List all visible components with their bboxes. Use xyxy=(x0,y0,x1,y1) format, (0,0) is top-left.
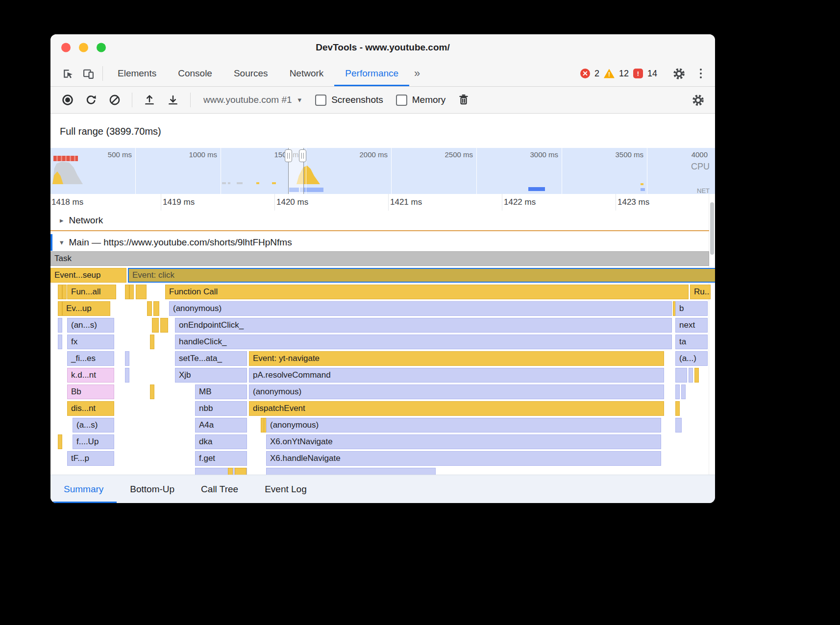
flame-bar[interactable]: nbb xyxy=(195,401,247,416)
error-icon[interactable] xyxy=(580,69,590,78)
flame-bar[interactable]: Bb xyxy=(67,385,114,399)
flame-bar-sliver[interactable] xyxy=(675,418,682,433)
flame-bar[interactable]: _fi...es xyxy=(67,351,114,366)
flame-bar[interactable]: Ev...up xyxy=(62,301,110,316)
flame-bar-sliver[interactable] xyxy=(150,385,154,399)
issue-count[interactable]: 14 xyxy=(647,69,657,79)
flame-bar[interactable]: Event: click xyxy=(128,268,715,283)
selection-handle-left[interactable] xyxy=(285,149,292,162)
flame-bar-sliver[interactable] xyxy=(58,285,62,299)
close-button[interactable] xyxy=(61,43,71,52)
issues-icon[interactable]: ! xyxy=(633,69,643,78)
more-tabs-icon[interactable]: » xyxy=(409,67,425,80)
flame-bar-sliver[interactable] xyxy=(125,285,129,299)
flame-bar[interactable]: k.d...nt xyxy=(67,368,114,383)
flame-bar-sliver[interactable] xyxy=(235,468,247,475)
warning-count[interactable]: 12 xyxy=(619,69,629,79)
flame-bar[interactable]: X6.handleNavigate xyxy=(266,451,661,466)
network-track-header[interactable]: ▸ Network xyxy=(50,212,715,229)
flame-bar[interactable]: (anonymous) xyxy=(266,418,661,433)
flame-bar[interactable]: handleClick_ xyxy=(175,335,672,349)
tab-performance[interactable]: Performance xyxy=(334,61,409,86)
flame-bar[interactable]: ta xyxy=(675,335,708,349)
flame-bar[interactable]: dis...nt xyxy=(67,401,114,416)
flame-bar[interactable]: (anonymous) xyxy=(249,385,664,399)
main-track-header[interactable]: ▾ Main — https://www.youtube.com/shorts/… xyxy=(50,234,715,251)
warning-icon[interactable]: ! xyxy=(604,69,615,78)
collapse-arrow-icon[interactable]: ▸ xyxy=(60,216,64,225)
flame-bar[interactable]: onEndpointClick_ xyxy=(175,318,672,333)
selection-handle-right[interactable] xyxy=(299,149,306,162)
collect-garbage-icon[interactable] xyxy=(453,90,474,110)
flame-bar-sliver[interactable] xyxy=(129,285,134,299)
flame-bar[interactable]: X6.onYtNavigate xyxy=(266,434,661,449)
flame-bar-sliver[interactable] xyxy=(150,335,154,349)
flame-bar-sliver[interactable] xyxy=(58,301,62,316)
menu-kebab-icon[interactable] xyxy=(693,69,708,79)
inspect-element-icon[interactable] xyxy=(57,64,78,83)
tab-sources[interactable]: Sources xyxy=(223,61,279,86)
flame-bar-sliver[interactable] xyxy=(58,335,62,349)
flame-bar-sliver[interactable] xyxy=(694,368,699,383)
error-count[interactable]: 2 xyxy=(594,69,599,79)
detail-tab-event-log[interactable]: Event Log xyxy=(251,475,320,503)
tab-console[interactable]: Console xyxy=(167,61,223,86)
tab-elements[interactable]: Elements xyxy=(107,61,167,86)
flame-bar-sliver[interactable] xyxy=(147,301,152,316)
minimize-button[interactable] xyxy=(79,43,88,52)
flame-bar-sliver[interactable] xyxy=(136,285,147,299)
detail-tab-call-tree[interactable]: Call Tree xyxy=(188,475,251,503)
flame-bar[interactable]: dka xyxy=(195,434,247,449)
flame-bar[interactable]: Xjb xyxy=(175,368,247,383)
detail-tab-bottom-up[interactable]: Bottom-Up xyxy=(117,475,188,503)
flame-bar[interactable]: next xyxy=(675,318,708,333)
vertical-scrollbar-thumb[interactable] xyxy=(710,202,714,255)
flame-bar-sliver[interactable] xyxy=(62,285,67,299)
settings-gear-icon[interactable] xyxy=(668,64,689,83)
flame-bar[interactable]: Ru...s xyxy=(690,285,711,299)
flame-bar[interactable]: Task xyxy=(50,251,709,266)
flame-bar-sliver[interactable] xyxy=(266,468,436,475)
flame-bar-sliver[interactable] xyxy=(125,368,129,383)
flame-bar-sliver[interactable] xyxy=(58,318,62,333)
flame-bar[interactable]: b xyxy=(675,301,708,316)
flame-bar[interactable]: Fun...all xyxy=(67,285,116,299)
flame-bar-sliver[interactable] xyxy=(125,351,129,366)
detail-tab-summary[interactable]: Summary xyxy=(50,475,117,503)
flame-bar-sliver[interactable] xyxy=(228,468,233,475)
flame-bar[interactable]: f.get xyxy=(195,451,247,466)
flame-bar-sliver[interactable] xyxy=(58,434,62,449)
device-toolbar-icon[interactable] xyxy=(78,64,99,83)
profile-select[interactable]: www.youtube.com #1 ▾ xyxy=(198,95,307,105)
flame-bar-sliver[interactable] xyxy=(153,301,159,316)
flame-bar[interactable]: f....Up xyxy=(73,434,114,449)
flame-bar-sliver[interactable] xyxy=(675,401,680,416)
screenshots-checkbox[interactable] xyxy=(315,95,326,106)
flame-bar[interactable]: Event: yt-navigate xyxy=(249,351,664,366)
flame-bar-sliver[interactable] xyxy=(681,385,686,399)
overview-strip[interactable]: 500 ms1000 ms1500 ms2000 ms2500 ms3000 m… xyxy=(50,148,715,195)
zoom-button[interactable] xyxy=(97,43,106,52)
flame-bar-sliver[interactable] xyxy=(152,318,159,333)
flame-bar[interactable]: MB xyxy=(195,385,247,399)
flame-bar[interactable]: (anonymous) xyxy=(169,301,672,316)
flame-bar[interactable]: Event...seup xyxy=(50,268,126,283)
flame-bar[interactable]: Function Call xyxy=(165,285,689,299)
flame-bar-sliver[interactable] xyxy=(675,368,687,383)
capture-settings-gear-icon[interactable] xyxy=(688,90,708,110)
save-profile-icon[interactable] xyxy=(163,90,183,110)
flame-bar-sliver[interactable] xyxy=(675,385,680,399)
flame-bar[interactable]: fx xyxy=(67,335,114,349)
flame-bar[interactable]: (a...s) xyxy=(73,418,114,433)
flame-bar[interactable]: (a...) xyxy=(675,351,708,366)
load-profile-icon[interactable] xyxy=(139,90,160,110)
flame-bar[interactable]: pA.resolveCommand xyxy=(249,368,664,383)
flame-bar-sliver[interactable] xyxy=(160,318,168,333)
flame-bar[interactable]: A4a xyxy=(195,418,247,433)
flame-bar[interactable]: tF...p xyxy=(67,451,114,466)
flame-bar[interactable]: dispatchEvent xyxy=(249,401,664,416)
memory-checkbox[interactable] xyxy=(396,95,407,106)
expand-arrow-icon[interactable]: ▾ xyxy=(60,238,64,247)
flame-bar[interactable]: setTe...ata_ xyxy=(175,351,247,366)
flame-bar[interactable]: (an...s) xyxy=(67,318,114,333)
